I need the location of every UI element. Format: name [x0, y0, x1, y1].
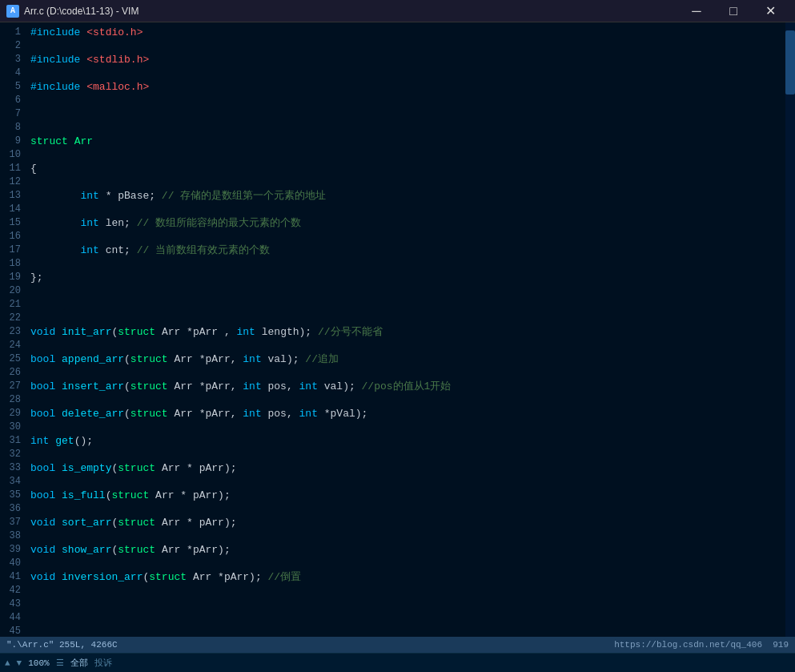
code-editor[interactable]: #include <stdio.h> #include <stdlib.h> #…: [26, 22, 785, 637]
scrollbar-vertical[interactable]: [785, 22, 795, 637]
zoom-level[interactable]: 100%: [28, 658, 49, 668]
status-file-info: ".\Arr.c" 255L, 4266C: [6, 640, 614, 650]
scrollbar-thumb[interactable]: [785, 30, 795, 95]
close-button[interactable]: ✕: [752, 0, 789, 22]
maximize-button[interactable]: □: [715, 0, 752, 22]
app-icon: A: [6, 5, 19, 18]
bottom-bar: ▲ ▼ 100% ☰ 全部 投诉: [0, 653, 795, 672]
title-bar: A Arr.c (D:\code\11-13) - VIM ─ □ ✕: [0, 0, 795, 22]
scroll-down-icon[interactable]: ▼: [17, 658, 22, 668]
report-label[interactable]: 投诉: [94, 657, 112, 669]
status-bar: ".\Arr.c" 255L, 4266C https://blog.csdn.…: [0, 637, 795, 653]
editor-area: 12345 678910 1112131415 1617181920 21222…: [0, 22, 795, 637]
scroll-up-icon[interactable]: ▲: [5, 658, 10, 668]
menu-icon[interactable]: ☰: [56, 658, 64, 668]
encoding-label: 全部: [70, 657, 88, 669]
watermark: https://blog.csdn.net/qq_406 919: [614, 640, 789, 650]
window: A Arr.c (D:\code\11-13) - VIM ─ □ ✕ 1234…: [0, 0, 795, 672]
window-controls: ─ □ ✕: [678, 0, 789, 22]
window-title: Arr.c (D:\code\11-13) - VIM: [24, 6, 678, 17]
line-numbers: 12345 678910 1112131415 1617181920 21222…: [0, 22, 26, 637]
minimize-button[interactable]: ─: [678, 0, 715, 22]
